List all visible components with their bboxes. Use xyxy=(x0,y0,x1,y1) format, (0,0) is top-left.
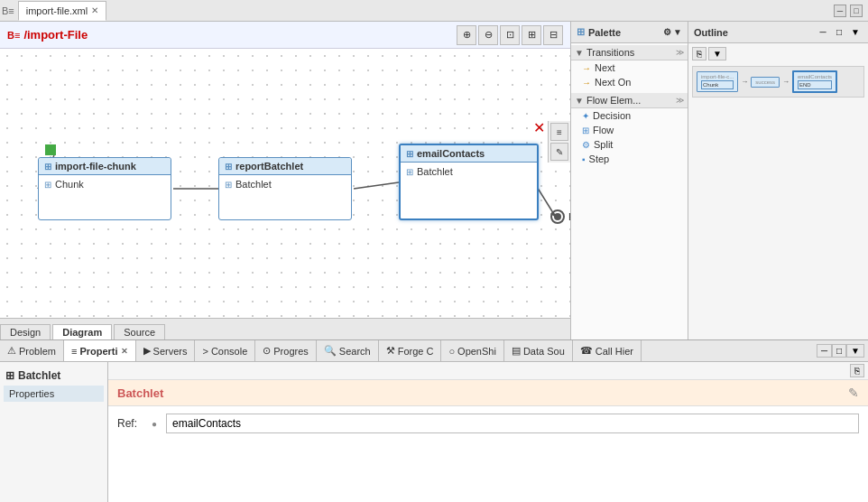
report-batchlet-node[interactable]: ⊞ reportBatchlet ⊞ Batchlet xyxy=(218,157,352,220)
email-contacts-node[interactable]: ⊞ emailContacts ⊞ Batchlet xyxy=(399,144,539,220)
editor-toolbar: ⊕ ⊖ ⊡ ⊞ ⊟ xyxy=(457,25,563,45)
datasource-tab[interactable]: ▤ Data Sou xyxy=(504,340,573,361)
next-icon: → xyxy=(582,63,591,73)
properties-item[interactable]: Properties xyxy=(4,386,104,402)
report-batchlet-label: reportBatchlet xyxy=(235,161,303,172)
outline-mini-node-3-label: emailContacts xyxy=(798,74,832,79)
properties-sidebar-btn[interactable]: ≡ xyxy=(550,123,568,141)
outline-copy-button[interactable]: ⎘ xyxy=(692,47,706,60)
ref-field-indicator: ● xyxy=(152,419,157,429)
search-tab[interactable]: 🔍 Search xyxy=(317,340,379,361)
outline-minimize-button[interactable]: ─ xyxy=(816,25,830,40)
start-node xyxy=(45,144,56,155)
progress-tab-icon: ⊙ xyxy=(263,345,271,357)
end-node: END xyxy=(550,209,570,224)
batchlet-type-label-2: Batchlet xyxy=(417,166,453,177)
outline-menu-button[interactable]: ▼ xyxy=(848,25,863,40)
callhier-tab[interactable]: ☎ Call Hier xyxy=(573,340,642,361)
delete-node-button[interactable]: ✕ xyxy=(533,119,545,136)
svg-line-3 xyxy=(354,182,399,189)
outline-mini-node-3-type: END xyxy=(798,80,832,89)
chunk-type-label: Chunk xyxy=(55,179,84,190)
source-tab-label: Source xyxy=(124,327,155,338)
properties-section-title: ⊞ Batchlet xyxy=(4,366,104,386)
flow-elements-header[interactable]: ▼ Flow Elem... ≫ xyxy=(571,93,688,108)
bottom-panel-controls: ─ □ ▼ xyxy=(817,344,868,358)
window-controls: ─ □ xyxy=(834,5,866,17)
problem-tab-icon: ⚠ xyxy=(7,345,16,357)
transitions-header[interactable]: ▼ Transitions ≫ xyxy=(571,45,688,60)
split-palette-item[interactable]: ⚙ Split xyxy=(571,137,688,152)
servers-tab[interactable]: ▶ Servers xyxy=(136,340,196,361)
email-contacts-body: ⊞ Batchlet xyxy=(401,163,537,181)
search-tab-icon: 🔍 xyxy=(324,345,337,357)
flow-elements-menu-icon[interactable]: ≫ xyxy=(676,96,684,105)
decision-icon: ✦ xyxy=(582,111,589,121)
outline-mini-node-2: success xyxy=(751,77,780,88)
transitions-menu-icon[interactable]: ≫ xyxy=(676,48,684,57)
view-tabs: Design Diagram Source xyxy=(0,318,570,339)
design-tab-label: Design xyxy=(10,327,41,338)
bottom-menu-button[interactable]: ▼ xyxy=(846,344,864,358)
properties-export-button[interactable]: ⎘ xyxy=(850,364,864,377)
diagram-tab-label: Diagram xyxy=(62,327,102,338)
problem-tab[interactable]: ⚠ Problem xyxy=(0,340,64,361)
openshift-tab[interactable]: ○ OpenShi xyxy=(441,340,503,361)
properties-right-panel: ⎘ Batchlet ✎ Ref: ● xyxy=(108,362,868,502)
bottom-minimize-button[interactable]: ─ xyxy=(817,344,832,358)
zoom-fit-button[interactable]: ⊡ xyxy=(500,25,520,45)
outline-panel: Outline ─ □ ▼ ⎘ ▼ import-file-c... Chunk xyxy=(688,22,868,339)
diagram-canvas[interactable]: ✕ ↑ ↓ ≡ ✎ xyxy=(0,49,570,318)
bottom-content: ⊞ Batchlet Properties ⎘ Batchlet ✎ xyxy=(0,362,868,502)
outline-maximize-button[interactable]: □ xyxy=(832,25,846,40)
properties-tab[interactable]: ≡ Properti ✕ xyxy=(64,340,136,361)
step-palette-item[interactable]: ▪ Step xyxy=(571,152,688,166)
zoom-out-button[interactable]: ⊖ xyxy=(478,25,498,45)
end-circle xyxy=(550,209,565,224)
properties-edit-icon[interactable]: ✎ xyxy=(848,386,859,400)
import-file-chunk-node[interactable]: ⊞ import-file-chunk ⊞ Chunk xyxy=(38,157,171,220)
editor-tab[interactable]: import-file.xml ✕ xyxy=(18,1,106,21)
app-icon: B≡ xyxy=(2,5,14,16)
editor-header: B≡ /import-File ⊕ ⊖ ⊡ ⊞ ⊟ xyxy=(0,22,570,49)
forge-tab[interactable]: ⚒ Forge C xyxy=(379,340,442,361)
side-toolbar: ≡ ✎ xyxy=(548,121,570,163)
servers-tab-label: Servers xyxy=(153,346,188,357)
bottom-maximize-button[interactable]: □ xyxy=(832,344,846,358)
properties-tab-close[interactable]: ✕ xyxy=(121,347,128,356)
palette-controls: ⚙ ▼ xyxy=(663,27,682,37)
palette-settings-icon[interactable]: ⚙ xyxy=(663,27,671,37)
tab-close-icon[interactable]: ✕ xyxy=(91,5,98,15)
palette-panel: ⊞ Palette ⚙ ▼ ▼ Transitions ≫ → Next xyxy=(570,22,688,339)
progress-tab[interactable]: ⊙ Progres xyxy=(255,340,317,361)
layout-button[interactable]: ⊞ xyxy=(522,25,541,45)
edit-sidebar-btn[interactable]: ✎ xyxy=(550,143,568,161)
decision-palette-item[interactable]: ✦ Decision xyxy=(571,108,688,123)
source-tab[interactable]: Source xyxy=(114,324,165,339)
forge-tab-icon: ⚒ xyxy=(386,345,395,357)
zoom-in-button[interactable]: ⊕ xyxy=(457,25,476,45)
design-tab[interactable]: Design xyxy=(0,324,51,339)
search-tab-label: Search xyxy=(339,346,371,357)
maximize-button[interactable]: □ xyxy=(850,5,863,17)
next-palette-item[interactable]: → Next xyxy=(571,60,688,75)
next-on-palette-item[interactable]: → Next On xyxy=(571,75,688,89)
flow-palette-item[interactable]: ⊞ Flow xyxy=(571,123,688,137)
chunk-icon: ⊞ xyxy=(44,180,51,190)
outline-mini-arrow-1: → xyxy=(741,78,748,86)
console-tab[interactable]: > Console xyxy=(195,340,255,361)
outline-panel-header: Outline ─ □ ▼ xyxy=(688,22,868,43)
bottom-tabs-bar: ⚠ Problem ≡ Properti ✕ ▶ Servers > Conso… xyxy=(0,340,868,362)
palette-collapse-icon[interactable]: ▼ xyxy=(673,27,682,37)
problem-tab-label: Problem xyxy=(19,346,56,357)
properties-section-icon: ⊞ xyxy=(5,369,14,382)
editor-prefix: B≡ xyxy=(7,30,20,41)
minimize-button[interactable]: ─ xyxy=(834,5,846,17)
servers-tab-icon: ▶ xyxy=(143,345,151,357)
batchlet-type-label-1: Batchlet xyxy=(235,179,272,190)
grid-button[interactable]: ⊟ xyxy=(543,25,563,45)
outline-dropdown-button[interactable]: ▼ xyxy=(708,47,726,60)
properties-form-header: Batchlet ✎ xyxy=(108,380,868,406)
diagram-tab[interactable]: Diagram xyxy=(52,324,112,339)
ref-field-input[interactable] xyxy=(166,414,859,433)
